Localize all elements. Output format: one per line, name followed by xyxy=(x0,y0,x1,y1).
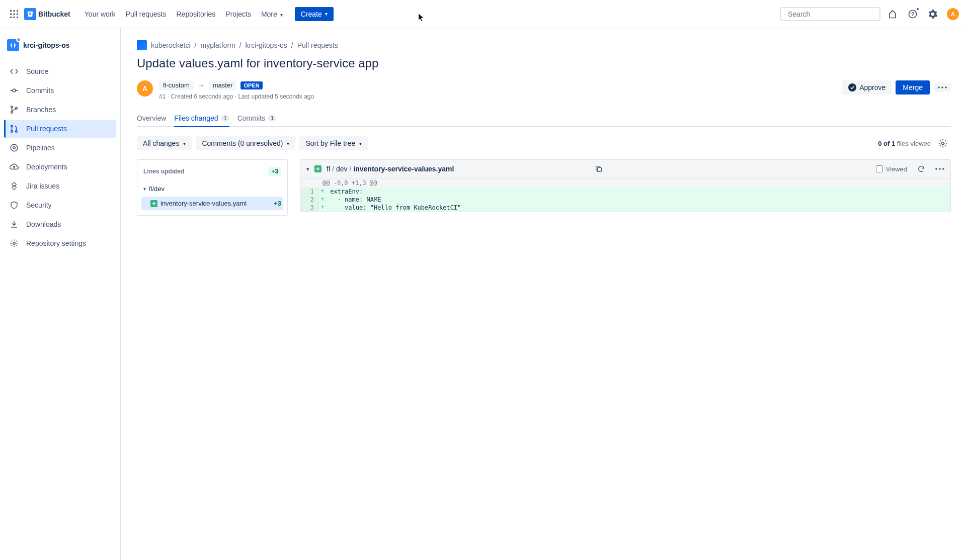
svg-point-23 xyxy=(13,147,16,149)
sidebar-item-source[interactable]: Source xyxy=(4,62,116,80)
source-branch[interactable]: fl-custom xyxy=(159,80,194,90)
files-count-badge: 1 xyxy=(221,115,229,122)
svg-text:?: ? xyxy=(911,11,915,17)
sidebar-item-commits[interactable]: Commits xyxy=(4,81,116,100)
search-box[interactable] xyxy=(780,7,880,21)
sidebar-item-branches[interactable]: Branches xyxy=(4,101,116,119)
chevron-down-icon: ▾ xyxy=(280,12,283,18)
user-avatar[interactable]: A xyxy=(947,8,959,20)
search-input[interactable] xyxy=(788,10,876,18)
lines-added-badge: +3 xyxy=(268,167,281,176)
svg-rect-2 xyxy=(17,10,18,12)
sidebar-item-deployments[interactable]: Deployments xyxy=(4,158,116,176)
svg-point-21 xyxy=(16,130,18,132)
diff-panel: ▾ fl/dev/inventory-service-values.yaml V… xyxy=(300,159,951,212)
sidebar-item-pipelines[interactable]: Pipelines xyxy=(4,139,116,157)
pr-title: Update values.yaml for inventory-service… xyxy=(137,56,951,70)
svg-rect-6 xyxy=(10,17,12,18)
notifications-button[interactable] xyxy=(884,6,901,22)
sidebar-item-repo-settings[interactable]: Repository settings xyxy=(4,234,116,252)
svg-rect-7 xyxy=(14,17,15,18)
nav-more[interactable]: More ▾ xyxy=(257,7,287,21)
tab-commits[interactable]: Commits 1 xyxy=(237,110,276,127)
filter-all-changes[interactable]: All changes ▾ xyxy=(137,136,192,150)
bitbucket-icon xyxy=(24,8,36,20)
check-circle-icon xyxy=(848,83,856,91)
svg-rect-8 xyxy=(17,17,18,18)
gear-icon xyxy=(9,238,19,248)
settings-button[interactable] xyxy=(925,6,941,22)
breadcrumb-workspace[interactable]: kuberocketci xyxy=(151,41,191,49)
svg-point-27 xyxy=(945,86,947,88)
diff-line[interactable]: 3+ value: "Hello from KubeRocketCI" xyxy=(300,204,950,212)
create-button[interactable]: Create ▾ xyxy=(295,7,334,21)
sidebar-item-pull-requests[interactable]: Pull requests xyxy=(4,120,116,138)
svg-point-19 xyxy=(11,125,13,127)
chevron-down-icon[interactable]: ▾ xyxy=(306,166,309,172)
diff-marker: + xyxy=(318,196,327,204)
bitbucket-logo[interactable]: Bitbucket xyxy=(24,8,70,20)
shield-icon xyxy=(9,200,19,210)
breadcrumb: kuberocketci / myplatform / krci-gitops-… xyxy=(137,40,951,50)
diff-marker: + xyxy=(318,188,327,196)
file-more-button[interactable] xyxy=(935,168,944,170)
file-tree: Lines updated +3 ▾ fl/dev inventory-serv… xyxy=(137,159,288,216)
svg-point-25 xyxy=(938,86,940,88)
more-actions-button[interactable] xyxy=(934,83,951,92)
nav-projects[interactable]: Projects xyxy=(221,7,255,21)
svg-point-24 xyxy=(13,242,16,245)
svg-point-17 xyxy=(11,111,13,113)
svg-point-26 xyxy=(941,86,943,88)
sidebar-item-downloads[interactable]: Downloads xyxy=(4,215,116,233)
copy-path-button[interactable] xyxy=(595,165,603,173)
copy-icon xyxy=(595,165,603,173)
product-name: Bitbucket xyxy=(38,10,70,18)
diff-marker: + xyxy=(318,204,327,212)
sidebar-item-jira-issues[interactable]: Jira issues xyxy=(4,177,116,195)
tab-overview[interactable]: Overview xyxy=(137,110,166,127)
nav-pull-requests[interactable]: Pull requests xyxy=(122,7,171,21)
diff-line[interactable]: 2+ - name: NAME xyxy=(300,196,950,204)
tree-folder[interactable]: ▾ fl/dev xyxy=(141,183,283,195)
pr-status-badge: OPEN xyxy=(240,81,262,89)
line-number: 1 xyxy=(300,188,318,196)
help-button[interactable]: ? xyxy=(905,6,921,22)
cloud-upload-icon xyxy=(9,162,19,172)
file-added-icon xyxy=(314,165,321,172)
tab-files-changed[interactable]: Files changed 1 xyxy=(174,110,229,127)
breadcrumb-repo[interactable]: krci-gitops-os xyxy=(246,41,287,49)
filter-sort[interactable]: Sort by File tree ▾ xyxy=(299,136,368,150)
repo-header[interactable]: krci-gitops-os xyxy=(4,36,116,54)
author-avatar[interactable]: A xyxy=(137,80,153,97)
nav-your-work[interactable]: Your work xyxy=(80,7,120,21)
code-content: value: "Hello from KubeRocketCI" xyxy=(327,204,950,212)
nav-repositories[interactable]: Repositories xyxy=(172,7,219,21)
project-icon xyxy=(137,40,147,50)
merge-button[interactable]: Merge xyxy=(896,80,930,95)
svg-point-30 xyxy=(935,168,937,170)
breadcrumb-project[interactable]: myplatform xyxy=(200,41,235,49)
pull-request-icon xyxy=(9,124,19,134)
chevron-down-icon: ▾ xyxy=(325,11,328,17)
diff-settings-button[interactable] xyxy=(935,135,951,151)
pr-subline: #1 · Created 6 seconds ago · Last update… xyxy=(159,93,314,100)
dots-icon xyxy=(938,86,947,88)
approve-button[interactable]: Approve xyxy=(842,80,892,95)
breadcrumb-section[interactable]: Pull requests xyxy=(297,41,338,49)
commit-icon xyxy=(9,85,19,96)
filter-comments[interactable]: Comments (0 unresolved) ▾ xyxy=(196,136,295,150)
diff-line[interactable]: 1+ extraEnv: xyxy=(300,188,950,196)
tree-file[interactable]: inventory-service-values.yaml +3 xyxy=(141,197,283,210)
svg-point-20 xyxy=(11,130,13,132)
refresh-button[interactable] xyxy=(917,165,925,173)
sidebar-item-security[interactable]: Security xyxy=(4,196,116,214)
svg-rect-3 xyxy=(10,13,12,15)
chevron-down-icon: ▾ xyxy=(287,141,289,146)
app-switcher[interactable] xyxy=(8,8,20,20)
viewed-checkbox[interactable]: Viewed xyxy=(876,165,907,173)
chevron-down-icon: ▾ xyxy=(143,186,146,192)
svg-point-22 xyxy=(11,144,18,151)
dest-branch[interactable]: master xyxy=(209,80,237,90)
lines-updated-label: Lines updated xyxy=(143,168,184,175)
svg-rect-0 xyxy=(10,10,12,12)
